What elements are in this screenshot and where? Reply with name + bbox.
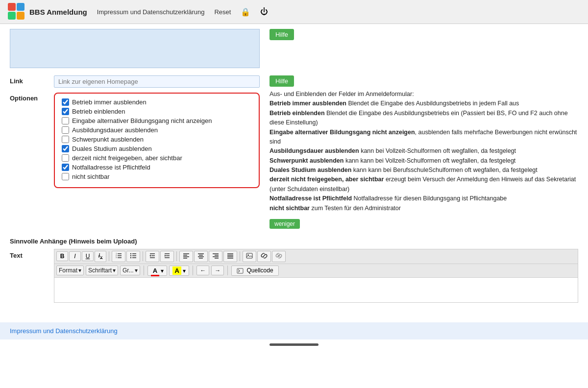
form-right: Hilfe Aus- und Einblenden der Felder im … [270, 75, 578, 229]
option-item-5: Duales Studium ausblenden [62, 145, 252, 152]
weniger-button[interactable]: weniger [270, 219, 300, 229]
option-checkbox-3[interactable] [62, 126, 69, 134]
option-item-8: nicht sichtbar [62, 173, 252, 180]
option-checkbox-0[interactable] [62, 98, 69, 106]
help-item-bold-6: derzeit nicht freigegeben, aber sichtbar [270, 176, 384, 183]
option-checkbox-6[interactable] [62, 154, 69, 162]
help-item-text-0: Blendet die Eingabe des Ausbildungsbetri… [346, 100, 519, 107]
help-text: Aus- und Einblenden der Felder im Anmeld… [270, 90, 578, 213]
main-content: Hilfe Link Optionen Betrieb immer ausble… [0, 24, 588, 313]
help-item-8: nicht sichtbar zum Testen für den Admini… [270, 204, 578, 213]
help-item-text-5: kann kann bei BerufsschuleSchulformen of… [351, 167, 537, 173]
top-hilfe-button[interactable]: Hilfe [270, 29, 294, 40]
svg-text:3: 3 [116, 256, 117, 259]
format-label: Format [59, 267, 77, 274]
tb-font-color-button[interactable]: A ▾ [147, 266, 168, 276]
svg-rect-0 [8, 3, 16, 11]
option-checkbox-5[interactable] [62, 145, 69, 152]
option-item-7: Notfalladresse ist Pflichtfeld [62, 164, 252, 171]
option-item-1: Betrieb einblenden [62, 108, 252, 115]
tb-underline-button[interactable]: U [82, 251, 94, 261]
lock-icon: 🔒 [241, 7, 250, 17]
tb-redo-button[interactable]: → [211, 266, 224, 275]
help-item-bold-2: Eingabe alternativer Bildungsgang nicht … [270, 129, 415, 136]
toolbar-separator-2 [143, 251, 143, 261]
option-label-3: Ausbildungsdauer ausblenden [72, 126, 158, 134]
link-label: Link [10, 75, 54, 85]
toolbar-row2-separator-3 [227, 266, 228, 275]
tb-undo-button[interactable]: ← [196, 266, 209, 275]
svg-point-15 [130, 257, 131, 258]
tb-unlink-button[interactable] [272, 251, 286, 262]
header: BBS Anmeldung Impressum und Datenschutze… [0, 0, 588, 24]
schriftart-label: Schriftart [88, 267, 112, 274]
form-section: Link Optionen Betrieb immer ausblendenBe… [10, 75, 578, 229]
nav-impressum[interactable]: Impressum und Datenschutzerklärung [97, 8, 205, 16]
editor-body[interactable] [54, 278, 578, 302]
option-checkbox-4[interactable] [62, 136, 69, 143]
link-input[interactable] [54, 75, 260, 88]
quellcode-label: Quellcode [247, 267, 273, 274]
tb-align-center-button[interactable] [194, 251, 208, 262]
groesse-dropdown[interactable]: Gr... ▾ [120, 266, 140, 275]
toolbar-separator-1 [109, 251, 109, 261]
text-editor-row: Text B I U Ix 123 [10, 249, 578, 303]
editor-wrap: B I U Ix 123 [54, 249, 578, 303]
header-nav: Impressum und Datenschutzerklärung Reset… [97, 7, 580, 17]
help-item-0: Betrieb immer ausblenden Blendet die Ein… [270, 99, 578, 108]
text-label: Text [10, 249, 54, 259]
tb-ul-button[interactable] [126, 251, 140, 262]
svg-point-14 [130, 255, 131, 256]
toolbar-separator-4 [240, 251, 240, 261]
help-item-bold-7: Notfalladresse ist Pflichtfeld [270, 195, 352, 202]
toolbar-row2: Format ▾ Schriftart ▾ Gr... ▾ [54, 264, 578, 277]
option-checkbox-2[interactable] [62, 117, 69, 124]
tb-link-button[interactable] [257, 251, 271, 262]
bg-color-a-icon: A [172, 267, 181, 275]
option-label-5: Duales Studium ausblenden [72, 145, 152, 152]
top-section: Hilfe [10, 29, 578, 70]
svg-rect-43 [237, 268, 243, 273]
bg-color-chevron-icon: ▾ [183, 267, 186, 274]
tb-indent-less-button[interactable] [146, 251, 159, 262]
tb-align-left-button[interactable] [179, 251, 193, 262]
footer-impressum-link[interactable]: Impressum und Datenschutzerklärung [10, 327, 118, 335]
form-left: Link Optionen Betrieb immer ausblendenBe… [10, 75, 260, 229]
app-title: BBS Anmeldung [29, 8, 87, 16]
tb-align-justify-button[interactable] [223, 251, 237, 262]
help-item-bold-8: nicht sichtbar [270, 205, 310, 212]
svg-marker-19 [149, 255, 151, 257]
help-item-text-4: kann kann bei Vollzeit-Schulformen oft w… [343, 157, 515, 164]
tb-indent-more-button[interactable] [160, 251, 174, 262]
nav-reset[interactable]: Reset [214, 8, 231, 16]
tb-strike-button[interactable]: Ix [95, 251, 106, 262]
schriftart-chevron-icon: ▾ [113, 267, 116, 274]
groesse-label: Gr... [122, 267, 134, 274]
top-textarea[interactable] [10, 29, 260, 68]
tb-italic-button[interactable]: I [69, 251, 81, 261]
option-checkbox-8[interactable] [62, 173, 69, 180]
help-item-2: Eingabe alternativer Bildungsgang nicht … [270, 128, 578, 147]
option-checkbox-1[interactable] [62, 108, 69, 115]
svg-point-13 [130, 253, 131, 254]
top-hilfe-wrap: Hilfe [270, 29, 294, 70]
scroll-indicator [0, 340, 588, 350]
hilfe-right-button[interactable]: Hilfe [270, 75, 294, 87]
tb-image-button[interactable] [243, 251, 256, 262]
options-control-wrap: Betrieb immer ausblendenBetrieb einblend… [54, 93, 260, 188]
tb-bg-color-button[interactable]: A ▾ [169, 266, 189, 276]
tb-ol-button[interactable]: 123 [112, 251, 125, 262]
option-checkbox-7[interactable] [62, 164, 69, 171]
schriftart-dropdown[interactable]: Schriftart ▾ [86, 266, 118, 275]
option-label-1: Betrieb einblenden [72, 108, 125, 115]
tb-bold-button[interactable]: B [56, 251, 68, 261]
anhaenge-section: Sinnvolle Anhänge (Hinweis beim Upload) … [10, 238, 578, 303]
tb-align-right-button[interactable] [209, 251, 222, 262]
format-dropdown[interactable]: Format ▾ [56, 266, 84, 275]
app-logo: BBS Anmeldung [8, 3, 87, 21]
anhaenge-title: Sinnvolle Anhänge (Hinweis beim Upload) [10, 238, 578, 245]
help-item-5: Duales Studium ausblenden kann kann bei … [270, 166, 578, 175]
power-icon: ⏻ [260, 7, 268, 16]
help-item-bold-4: Schwerpunkt ausblenden [270, 157, 343, 164]
tb-quellcode-button[interactable]: Quellcode [231, 266, 278, 276]
